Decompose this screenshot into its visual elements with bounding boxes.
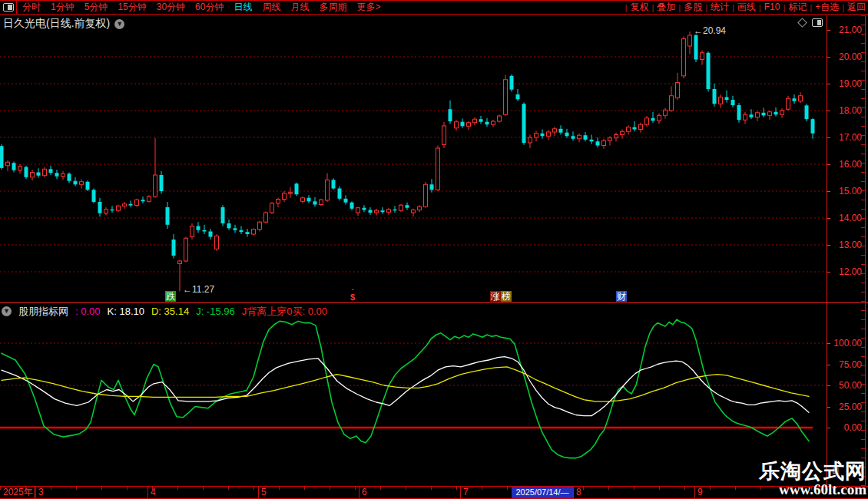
toolbar-separator: |: [651, 3, 654, 12]
toolbar-item-1分钟[interactable]: 1分钟: [51, 1, 75, 14]
panel-toggle-button[interactable]: [0, 1, 17, 14]
price-axis-label: 13.00: [830, 240, 862, 250]
toolbar-item-日线[interactable]: 日线: [234, 1, 252, 14]
price-axis-label: 21.00: [830, 25, 862, 35]
toolbar-separator: |: [783, 3, 785, 12]
toolbar-separator: |: [705, 3, 707, 12]
chevron-down-icon[interactable]: ▼: [114, 19, 124, 29]
event-badge-财[interactable]: 财: [616, 291, 627, 302]
axis-tick: [827, 164, 830, 165]
month-label-5: 5: [261, 487, 267, 497]
price-axis-label: 14.00: [830, 213, 862, 223]
toolbar-item-标记[interactable]: 标记: [788, 1, 807, 14]
month-boundary: [694, 487, 695, 498]
toolbar-item-更多>[interactable]: 更多>: [356, 1, 380, 14]
price-axis-label: 18.00: [830, 105, 862, 116]
indicator-chevron-down-icon[interactable]: ▼: [2, 306, 12, 316]
panel-icon[interactable]: [812, 18, 823, 27]
toolbar-separator: |: [810, 3, 812, 12]
toolbar-separator: |: [732, 3, 734, 12]
chart-title-row: 日久光电(日线.前复权) ▼: [3, 17, 124, 31]
current-date-marker: 2025/07/14/—: [512, 487, 573, 498]
price-annotation: ←11.27: [183, 284, 214, 295]
axis-tick: [827, 191, 830, 192]
toolbar-item-叠加[interactable]: 叠加: [657, 1, 675, 14]
axis-tick: [827, 137, 830, 138]
month-boundary: [573, 487, 574, 498]
toolbar-item-月线[interactable]: 月线: [290, 1, 309, 14]
toolbar-item-+自选[interactable]: +自选: [815, 1, 839, 14]
indicator-axis-label: 0.00: [830, 422, 862, 433]
indicator-axis-label: 75.00: [830, 359, 862, 370]
toolbar-item-多周期[interactable]: 多周期: [319, 1, 346, 14]
indicator-header-segment: D: 35.14: [151, 306, 189, 317]
timeline[interactable]: 2025年 3456789 2025/07/14/—: [0, 486, 868, 499]
price-axis-label: 15.00: [830, 186, 862, 197]
period-toolbar: 分时1分钟5分钟15分钟30分钟60分钟日线周线月线多周期更多> |复权|叠加|…: [0, 0, 868, 15]
axis-tick: [827, 365, 830, 365]
toolbar-item-多股[interactable]: 多股: [684, 1, 702, 14]
candlestick-chart[interactable]: [0, 15, 827, 303]
toolbar-separator: |: [759, 3, 761, 12]
event-badge-跌[interactable]: 跌: [165, 291, 176, 302]
price-axis-label: 16.00: [830, 159, 862, 170]
year-label: 2025年: [3, 487, 33, 497]
month-boundary: [35, 487, 36, 498]
indicator-axis-label: 25.00: [830, 402, 862, 412]
indicator-header[interactable]: ▼股朋指标网: 0.00K: 18.10D: 35.14J: -15.96J背离…: [2, 306, 327, 317]
axis-tick: [827, 385, 830, 386]
axis-tick: [827, 30, 830, 31]
toolbar-item-5分钟[interactable]: 5分钟: [84, 1, 108, 14]
axis-tick: [827, 272, 830, 273]
month-boundary: [34, 487, 35, 498]
toolbar-item-分时[interactable]: 分时: [22, 1, 41, 14]
month-boundary: [147, 487, 148, 498]
price-axis-label: 12.00: [830, 266, 862, 277]
indicator-chart[interactable]: [0, 304, 827, 486]
toolbar-item-复权[interactable]: 复权: [630, 1, 648, 14]
period-menu: 分时1分钟5分钟15分钟30分钟60分钟日线周线月线多周期更多>: [22, 1, 380, 14]
indicator-header-segment: 股朋指标网: [18, 305, 68, 319]
toolbar-item-F10[interactable]: F10: [764, 1, 780, 14]
trading-app-window: 分时1分钟5分钟15分钟30分钟60分钟日线周线月线多周期更多> |复权|叠加|…: [0, 0, 868, 499]
axis-border-right: [865, 15, 866, 486]
diamond-icon[interactable]: [797, 18, 807, 28]
toolbar-item-画线[interactable]: 画线: [737, 1, 756, 14]
indicator-header-segment: J: -15.96: [196, 306, 235, 317]
toolbar-separator: |: [625, 3, 628, 12]
axis-tick: [827, 84, 830, 84]
axis-tick: [827, 57, 830, 58]
indicator-axis-label: 100.00: [830, 338, 862, 349]
toolbar-item-60分钟[interactable]: 60分钟: [195, 1, 224, 14]
toolbar-separator: |: [842, 3, 844, 12]
axis-tick: [827, 111, 830, 111]
toolbar-item-15分钟[interactable]: 15分钟: [118, 1, 146, 14]
toolbar-item-周线[interactable]: 周线: [262, 1, 280, 14]
toolbar-item-返回[interactable]: 返回: [847, 1, 866, 14]
event-badge-涨[interactable]: 涨: [490, 291, 501, 302]
price-axis-label: 17.00: [830, 132, 862, 143]
watermark-site-name: 乐淘公式网: [759, 461, 866, 482]
toolbar-separator: |: [678, 3, 681, 12]
panel-toggle-icon: [3, 3, 14, 12]
axis-tick: [827, 407, 830, 408]
toolbar-item-统计[interactable]: 统计: [711, 1, 729, 14]
tools-menu: |复权|叠加|多股|统计|画线|F10|标记|+自选|返回: [622, 1, 866, 14]
month-label-6: 6: [362, 487, 367, 497]
indicator-header-segment: K: 18.10: [108, 306, 144, 317]
dollar-marker[interactable]: ˆ$: [348, 289, 357, 300]
watermark: 乐淘公式网 www.60lt.com: [759, 461, 866, 497]
price-axis-label: 20.00: [830, 51, 862, 62]
month-label-9: 9: [697, 487, 703, 497]
axis-border-left: [827, 15, 827, 486]
month-label-8: 8: [576, 487, 581, 497]
price-axis-label: 19.00: [830, 78, 862, 89]
panel-separator: [0, 302, 868, 303]
chart-tool-icons: [799, 18, 823, 27]
month-boundary: [460, 487, 461, 498]
event-badge-榜[interactable]: 榜: [501, 291, 512, 302]
chart-title: 日久光电(日线.前复权): [3, 17, 110, 31]
month-label-3: 3: [38, 487, 44, 497]
toolbar-item-30分钟[interactable]: 30分钟: [157, 1, 185, 14]
axis-tick: [827, 218, 830, 219]
